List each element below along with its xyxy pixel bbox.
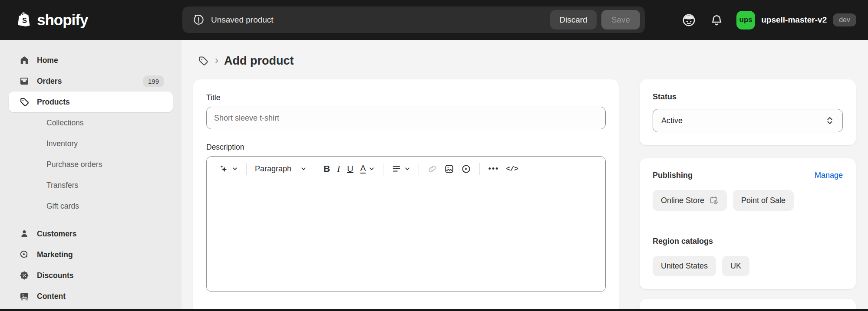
sidebar-item-label: Inventory	[46, 139, 78, 148]
sidebar-item-label: Transfers	[46, 181, 78, 190]
sidebar-item-label: Customers	[37, 229, 76, 239]
unsaved-message: Unsaved product	[211, 15, 274, 25]
status-title: Status	[653, 92, 843, 101]
store-menu[interactable]: ups upsell-master-v2 dev	[736, 11, 856, 29]
manage-publishing-link[interactable]: Manage	[815, 171, 843, 180]
content-media-icon	[19, 291, 30, 302]
select-updown-icon	[825, 115, 834, 126]
main-content: › Add product Title Description	[182, 40, 868, 311]
sidebar-item-label: Collections	[46, 118, 84, 128]
shopify-logo[interactable]: S shopify	[17, 0, 88, 40]
sidebar-item-transfers[interactable]: Transfers	[9, 175, 173, 196]
channel-chip-online-store[interactable]: Online Store	[653, 190, 727, 211]
chevron-down-icon	[404, 166, 410, 172]
status-card: Status Active	[640, 79, 856, 145]
title-input[interactable]	[206, 107, 606, 129]
right-column: Status Active Publishing Manage	[640, 79, 856, 311]
discard-button[interactable]: Discard	[550, 10, 596, 29]
alert-bubble-icon	[193, 14, 205, 26]
chevron-down-icon	[369, 166, 375, 172]
breadcrumb: › Add product	[198, 54, 868, 68]
toolbar-divider	[479, 163, 480, 175]
sidebar-item-customers[interactable]: Customers	[9, 223, 173, 244]
sidebar-item-inventory[interactable]: Inventory	[9, 133, 173, 154]
products-tag-icon	[19, 96, 30, 108]
publishing-card: Publishing Manage Online Store	[640, 158, 856, 289]
sidebar-item-content[interactable]: Content	[9, 286, 173, 307]
home-icon	[19, 55, 30, 66]
insert-link-button[interactable]	[424, 161, 441, 177]
toolbar-divider	[383, 163, 383, 175]
paragraph-style-label: Paragraph	[255, 164, 291, 174]
underline-button[interactable]: U	[343, 161, 356, 177]
sidebar-item-label: Home	[37, 56, 58, 65]
orders-icon	[19, 75, 30, 87]
toolbar-divider	[419, 163, 419, 175]
chevron-down-icon	[300, 166, 307, 172]
sidebar-item-collections[interactable]: Collections	[9, 112, 173, 133]
sidebar-item-discounts[interactable]: Discounts	[9, 265, 173, 286]
sidebar-item-label: Content	[37, 292, 66, 301]
product-form-card: Title Description Paragraph	[193, 79, 619, 311]
orders-count-badge: 199	[143, 75, 164, 87]
toolbar-divider	[246, 163, 247, 175]
sidebar-item-marketing[interactable]: Marketing	[9, 244, 173, 265]
sidebar-item-home[interactable]: Home	[9, 50, 173, 71]
title-label: Title	[206, 93, 606, 102]
insert-image-button[interactable]	[441, 161, 458, 177]
notifications-bell-icon[interactable]	[710, 13, 723, 27]
window-bottom-edge	[0, 309, 868, 311]
insert-video-button[interactable]	[458, 161, 475, 177]
sidebar-nav: Home Orders 199 Products Collections Inv…	[0, 40, 182, 311]
sidebar-item-purchase-orders[interactable]: Purchase orders	[9, 154, 173, 175]
save-button[interactable]: Save	[601, 10, 640, 29]
editor-toolbar: Paragraph B I U A	[207, 157, 605, 181]
chevron-down-icon	[232, 166, 238, 172]
region-catalogs-title: Region catalogs	[653, 237, 843, 246]
sidebar-item-label: Marketing	[37, 250, 73, 259]
marketing-target-icon	[19, 249, 30, 260]
text-color-label: A	[360, 164, 366, 174]
text-color-dropdown[interactable]: A	[357, 161, 379, 177]
sidebar-item-gift-cards[interactable]: Gift cards	[9, 196, 173, 216]
discounts-seal-icon	[19, 270, 30, 281]
top-bar: S shopify Unsaved product Discard Save	[0, 0, 868, 40]
sidekick-assistant-icon[interactable]	[681, 12, 697, 28]
description-label: Description	[206, 143, 606, 152]
region-chip-label: UK	[730, 262, 741, 271]
play-circle-icon	[461, 164, 471, 174]
channel-chip-label: Online Store	[661, 196, 704, 205]
sidebar-item-label: Products	[37, 98, 70, 107]
dev-environment-badge: dev	[833, 13, 856, 26]
publishing-title: Publishing	[653, 171, 693, 180]
ai-magic-button[interactable]	[215, 161, 241, 177]
show-html-button[interactable]: </>	[502, 162, 521, 176]
alignment-dropdown[interactable]	[388, 161, 414, 177]
store-avatar: ups	[736, 11, 755, 29]
breadcrumb-chevron-icon: ›	[215, 54, 218, 66]
more-options-button[interactable]: •••	[485, 161, 502, 177]
breadcrumb-products-tag-icon[interactable]	[198, 55, 209, 67]
sidebar-item-products[interactable]: Products	[9, 92, 173, 112]
channel-chip-point-of-sale[interactable]: Point of Sale	[733, 190, 794, 211]
sidebar-section-gap	[0, 216, 182, 223]
sidebar-item-orders[interactable]: Orders 199	[9, 71, 173, 92]
sidebar-item-label: Purchase orders	[46, 160, 102, 169]
link-icon	[427, 164, 437, 174]
italic-button[interactable]: I	[333, 160, 343, 177]
topbar-actions: ups upsell-master-v2 dev	[681, 0, 856, 40]
status-select[interactable]: Active	[653, 109, 843, 132]
region-chip-uk[interactable]: UK	[722, 256, 749, 276]
store-name: upsell-master-v2	[761, 15, 827, 25]
shopify-bag-icon: S	[17, 11, 33, 29]
schedule-calendar-clock-icon	[709, 196, 719, 205]
image-icon	[444, 164, 454, 174]
region-chip-united-states[interactable]: United States	[653, 256, 716, 276]
region-chip-label: United States	[661, 262, 708, 271]
description-textarea[interactable]	[207, 181, 605, 291]
unsaved-changes-bar: Unsaved product Discard Save	[182, 7, 645, 33]
align-left-icon	[392, 164, 401, 174]
paragraph-style-dropdown[interactable]: Paragraph	[251, 161, 310, 177]
channel-chip-label: Point of Sale	[741, 196, 785, 205]
bold-button[interactable]: B	[320, 160, 333, 177]
